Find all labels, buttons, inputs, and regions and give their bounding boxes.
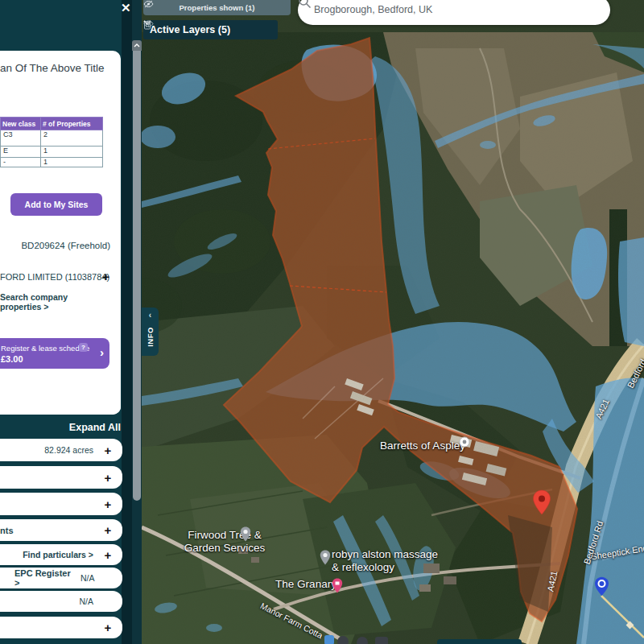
plus-icon[interactable]: + [103, 548, 113, 562]
register-card: Register & lease schedule ? £3.00 › [0, 334, 121, 415]
register-price: £3.00 [1, 354, 23, 364]
scroll-up-button[interactable] [132, 40, 142, 51]
row-value: N/A [80, 573, 95, 583]
plus-icon[interactable]: + [103, 471, 113, 485]
card-title: an Of The Above Title [0, 62, 119, 74]
title-number-card[interactable]: BD209624 (Freehold) [0, 232, 121, 259]
info-tab-label: INFO [146, 327, 155, 347]
row-value: N/A [79, 597, 93, 606]
map-control-partial[interactable] [437, 639, 522, 644]
property-info-sidebar: ✕ an Of The Above Title New class # of P… [0, 0, 142, 644]
map-icon-blue[interactable] [324, 635, 334, 644]
table-header-class: New class [1, 118, 41, 130]
eye-off-icon[interactable] [143, 0, 154, 8]
register-label: Register & lease schedule [1, 344, 89, 353]
row-label: nts [0, 526, 14, 535]
company-card: FORD LIMITED (11038784) + Search company… [0, 266, 121, 328]
add-to-my-sites-button[interactable]: Add to My Sites [10, 193, 102, 216]
plus-icon[interactable]: + [103, 497, 113, 511]
row-constraints[interactable]: nts + [0, 519, 122, 541]
map-icon-1[interactable] [337, 636, 349, 644]
table-cell: E [1, 147, 41, 158]
company-expand-button[interactable]: + [102, 270, 109, 283]
info-panel-tab[interactable]: ‹ INFO [142, 308, 159, 356]
row-acreage[interactable]: 82.924 acres + [0, 439, 122, 461]
sidebar-scrollbar-thumb[interactable] [133, 40, 141, 501]
active-layers-label: Active Layers (5) [150, 24, 271, 35]
map-label-robyn-2: & reflexology [332, 561, 394, 573]
use-class-table: New class # of Properties C3 2 E 1 - 1 [0, 117, 103, 167]
row-8[interactable]: + [0, 617, 122, 638]
search-company-properties-link[interactable]: Search company properties > [0, 292, 108, 312]
chevron-right-icon: › [100, 345, 104, 359]
active-layers-bar[interactable]: Active Layers (5) [143, 20, 278, 39]
plus-icon[interactable]: + [103, 444, 113, 457]
register-lease-schedule-button[interactable]: Register & lease schedule ? £3.00 › [0, 338, 109, 369]
map-label-barretts: Barretts of Aspley [350, 440, 495, 452]
map-label-firwood-2: Garden Services [178, 542, 271, 554]
table-cell: 2 [41, 130, 103, 147]
table-cell: 1 [41, 147, 103, 158]
properties-shown-label: Properties shown (1) [143, 3, 291, 12]
map-canvas[interactable]: Barretts of Aspley Firwood Tree & Garden… [142, 0, 644, 644]
row-epc[interactable]: EPC Register > N/A [0, 568, 122, 588]
plus-icon[interactable]: + [103, 523, 113, 537]
chevron-left-icon: ‹ [149, 311, 151, 320]
properties-shown-bar[interactable]: Properties shown (1) [143, 0, 291, 15]
search-input[interactable] [312, 3, 557, 16]
location-search-bar[interactable] [298, 0, 610, 25]
trash-icon[interactable] [143, 20, 151, 30]
epc-register-link[interactable]: EPC Register > [14, 568, 71, 588]
find-particulars-link[interactable]: Find particulars > [23, 550, 93, 559]
table-cell: C3 [1, 130, 41, 147]
plus-icon[interactable]: + [103, 621, 113, 634]
company-name: FORD LIMITED (11038784) [0, 272, 109, 282]
table-cell: 1 [41, 158, 103, 167]
row-2[interactable]: + [0, 466, 122, 489]
table-header-count: # of Properties [41, 118, 103, 130]
row-7[interactable]: N/A [0, 591, 122, 612]
expand-all-button[interactable]: Expand All [69, 422, 121, 433]
row-3[interactable]: + [0, 493, 122, 515]
row-particulars[interactable]: Find particulars > + [0, 544, 122, 565]
chevron-up-icon [134, 43, 140, 47]
map-label-robyn-1: robyn alston massage [332, 548, 438, 560]
row-value: 82.924 acres [44, 445, 93, 455]
sidebar-edge [122, 0, 132, 644]
map-icon-2[interactable] [357, 637, 368, 644]
help-badge[interactable]: ? [79, 343, 88, 352]
close-icon[interactable]: ✕ [121, 1, 131, 15]
search-icon[interactable] [298, 0, 312, 9]
map-icon-3[interactable] [375, 637, 388, 644]
table-cell: - [1, 158, 41, 167]
map-label-firwood-1: Firwood Tree & [178, 529, 271, 541]
